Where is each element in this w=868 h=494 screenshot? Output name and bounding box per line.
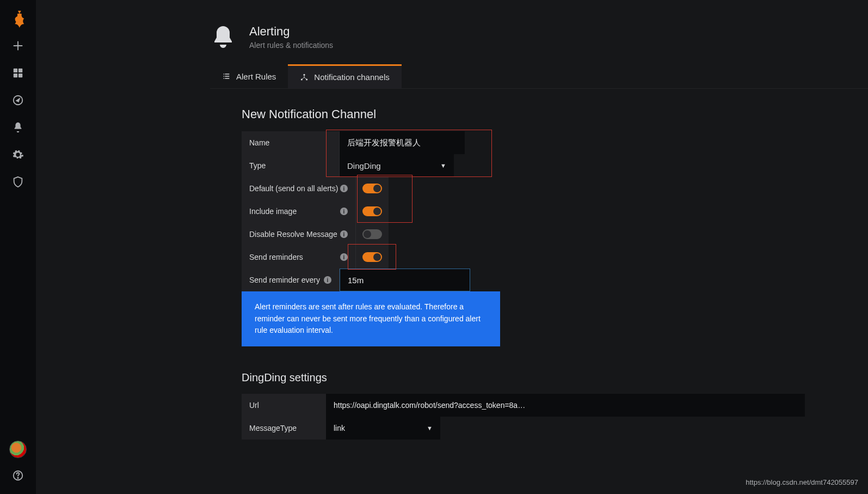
tab-notification-channels[interactable]: Notification channels	[288, 64, 401, 88]
include-image-toggle-cell	[356, 200, 389, 223]
shield-icon[interactable]	[7, 171, 29, 193]
msgtype-select[interactable]: link ▼	[326, 417, 440, 440]
gear-icon[interactable]	[7, 144, 29, 166]
form-content: New Notification Channel Name Type DingD…	[36, 89, 868, 440]
msgtype-label: MessageType	[242, 417, 326, 440]
disable-resolve-label: Disable Resolve Message i	[242, 223, 356, 246]
grafana-logo-icon[interactable]	[7, 8, 29, 29]
bell-icon[interactable]	[7, 117, 29, 138]
url-label: Url	[242, 394, 326, 417]
name-input-wrap	[340, 131, 465, 154]
svg-rect-2	[19, 69, 22, 72]
default-label: Default (send on all alerts) i	[242, 177, 356, 200]
dingding-title: DingDing settings	[242, 371, 868, 384]
page-subtitle: Alert rules & notifications	[249, 41, 333, 50]
default-toggle[interactable]	[362, 184, 382, 193]
tab-label: Alert Rules	[236, 72, 276, 81]
send-reminders-toggle-cell	[356, 246, 389, 269]
type-value: DingDing	[347, 161, 381, 170]
name-input[interactable]	[347, 138, 457, 148]
tab-alert-rules[interactable]: Alert Rules	[210, 64, 288, 88]
section-title: New Notification Channel	[242, 107, 868, 121]
explore-icon[interactable]	[7, 89, 29, 111]
reminder-every-input-wrap	[340, 269, 470, 291]
info-icon[interactable]: i	[324, 276, 331, 284]
tabs: Alert Rules Notification channels	[210, 64, 868, 89]
user-avatar[interactable]	[9, 441, 27, 458]
include-image-toggle[interactable]	[362, 206, 382, 216]
send-reminders-label: Send reminders i	[242, 246, 356, 269]
dashboards-icon[interactable]	[7, 62, 29, 84]
help-icon[interactable]	[7, 465, 29, 486]
info-icon[interactable]: i	[340, 253, 348, 261]
info-icon[interactable]: i	[340, 185, 348, 192]
list-icon	[222, 72, 231, 81]
header-bell-icon	[210, 24, 236, 50]
url-input-wrap	[326, 394, 805, 417]
tab-label: Notification channels	[314, 72, 389, 82]
nav-sidebar	[0, 0, 36, 494]
default-toggle-cell	[356, 177, 389, 200]
svg-point-8	[304, 74, 305, 75]
disable-resolve-toggle-cell	[356, 223, 389, 246]
watermark: https://blog.csdn.net/dmt742055597	[746, 478, 858, 486]
reminder-every-label: Send reminder every i	[242, 269, 340, 291]
svg-rect-1	[14, 69, 17, 72]
page-header: Alerting Alert rules & notifications	[36, 0, 868, 64]
include-image-label: Include image i	[242, 200, 356, 223]
url-input[interactable]	[334, 401, 797, 410]
page-title: Alerting	[249, 25, 333, 39]
name-label: Name	[242, 131, 340, 154]
main-panel: Alerting Alert rules & notifications Ale…	[36, 0, 868, 440]
type-label: Type	[242, 154, 340, 177]
chevron-down-icon: ▼	[427, 425, 433, 431]
info-icon[interactable]: i	[340, 230, 348, 238]
chevron-down-icon: ▼	[440, 162, 446, 169]
svg-rect-3	[14, 74, 17, 77]
msgtype-value: link	[334, 424, 345, 432]
disable-resolve-toggle[interactable]	[362, 229, 382, 239]
svg-rect-4	[19, 74, 22, 77]
reminder-every-input[interactable]	[348, 276, 462, 285]
svg-point-7	[17, 478, 18, 478]
dingding-settings: DingDing settings Url MessageType link ▼	[242, 371, 868, 440]
send-reminders-toggle[interactable]	[362, 252, 382, 262]
info-box: Alert reminders are sent after rules are…	[242, 291, 500, 346]
info-icon[interactable]: i	[340, 208, 348, 215]
type-select[interactable]: DingDing ▼	[340, 154, 454, 177]
plus-icon[interactable]	[7, 35, 29, 57]
channels-icon	[300, 73, 309, 82]
